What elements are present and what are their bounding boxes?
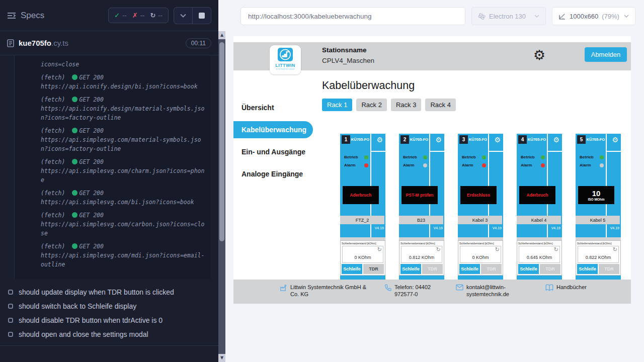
fetch-log-entry[interactable]: (fetch)GET 200 https://api.iconify.desig…: [41, 73, 206, 91]
scroll-down-arrow[interactable]: ▼: [218, 354, 225, 362]
refresh-icon[interactable]: ↻: [554, 246, 558, 253]
card-settings-gear-icon[interactable]: ⚙: [494, 136, 501, 144]
firmware-version: V4.19: [493, 226, 502, 230]
test-item[interactable]: should switch back to Schleife display: [8, 299, 210, 313]
app-header: LITTWIN SYSTEMTECHNIK Stationsname CPLV4…: [233, 42, 631, 70]
specs-list-icon: [7, 12, 16, 20]
tdr-button[interactable]: TDR: [481, 264, 502, 274]
schleife-button[interactable]: Schleife: [342, 264, 362, 274]
test-item[interactable]: should open and close the settings modal: [8, 327, 210, 341]
collapse-chevron-button[interactable]: [174, 8, 192, 24]
refresh-icon[interactable]: ↻: [495, 246, 500, 253]
status-display: Erdschluss: [460, 186, 497, 204]
nav-item-analoge-eingaenge[interactable]: Analoge Eingänge: [233, 163, 322, 185]
logo-text: LITTWIN: [275, 63, 295, 68]
url-input[interactable]: [240, 7, 465, 25]
fetch-log-entry[interactable]: (fetch)GET 200 https://api.simplesvg.com…: [41, 242, 206, 269]
alarm-led: [482, 163, 486, 167]
tdr-button[interactable]: TDR: [540, 264, 560, 274]
book-icon: [545, 284, 553, 291]
pending-restart-icon: ↻: [150, 12, 155, 19]
schleife-button[interactable]: Schleife: [400, 264, 421, 274]
loop-resistance-label: Schleifenwiderstand [kOhm]: [518, 242, 561, 245]
loop-value-box: ↻ 0.822 KOhm: [578, 246, 619, 263]
browser-bar: Electron 130 1000x660 (79%): [225, 0, 644, 32]
device-card-2: 2 KÜ705-FO ⚙ Betrieb Alarm PST-M prüfen …: [399, 134, 444, 280]
alarm-label: Alarm: [521, 163, 532, 167]
stop-button[interactable]: [193, 8, 211, 24]
refresh-icon[interactable]: ↻: [377, 246, 382, 253]
refresh-icon[interactable]: ↻: [613, 246, 617, 253]
specs-menu-button[interactable]: Specs: [7, 11, 44, 21]
active-nav-pill[interactable]: Kabelüberwachung: [233, 121, 313, 138]
cable-label: FTZ_2: [340, 216, 384, 224]
runner-header: Specs ✓-- ✗-- ↻--: [0, 0, 218, 31]
device-model-label: KÜ705-FO: [468, 137, 488, 142]
test-state-icon: [8, 318, 13, 323]
tdr-button[interactable]: TDR: [363, 264, 384, 274]
scroll-up-arrow[interactable]: ▲: [218, 31, 225, 39]
footer-email[interactable]: kontakt@littwin-systemtechnik.de: [456, 284, 512, 298]
betrieb-label: Betrieb: [403, 155, 417, 159]
runner-controls: [174, 7, 211, 24]
card-number-badge: 3: [459, 135, 468, 144]
status-display: Aderbruch: [343, 186, 379, 204]
factory-icon: [280, 284, 287, 292]
loop-value: 0 KOhm: [343, 255, 383, 260]
logout-button[interactable]: Abmelden: [585, 47, 627, 62]
test-item[interactable]: should update display when TDR button is…: [8, 285, 210, 299]
spec-row[interactable]: kue705fo.cy.ts 00:11: [0, 31, 218, 55]
tab-rack-2[interactable]: Rack 2: [356, 99, 386, 111]
tab-rack-4[interactable]: Rack 4: [425, 99, 455, 111]
footer-manuals-link[interactable]: Handbücher: [545, 284, 587, 291]
nav-item-kabelueberwachung[interactable]: Kabelüberwachung: [233, 119, 322, 141]
tdr-button[interactable]: TDR: [422, 264, 443, 274]
device-model-label: KÜ705-FO: [409, 137, 429, 142]
scrollbar-thumb[interactable]: [219, 42, 224, 241]
test-item[interactable]: should disable TDR button when tdrActive…: [8, 313, 210, 327]
firmware-version: V4.19: [610, 226, 619, 230]
device-model-label: KÜ705-FO: [350, 137, 370, 142]
card-number-badge: 1: [342, 135, 350, 144]
iso-unit: ISO MOhm: [588, 198, 604, 201]
viewport-size: 1000x660: [570, 13, 598, 20]
card-settings-gear-icon[interactable]: ⚙: [553, 136, 559, 144]
card-settings-gear-icon[interactable]: ⚙: [376, 136, 383, 144]
alarm-label: Alarm: [580, 163, 591, 167]
card-number-badge: 2: [400, 135, 409, 144]
schleife-button[interactable]: Schleife: [577, 264, 598, 274]
schleife-button[interactable]: Schleife: [518, 264, 539, 274]
fetch-log-entry[interactable]: (fetch)GET 200 https://api.simplesvg.com…: [41, 157, 206, 185]
tab-rack-3[interactable]: Rack 3: [391, 99, 421, 111]
spec-name: kue705fo.cy.ts: [19, 39, 68, 47]
loop-value-box: ↻ 0 KOhm: [460, 246, 501, 263]
tdr-button[interactable]: TDR: [599, 264, 619, 274]
littwin-logo-icon: [277, 48, 293, 62]
browser-selector[interactable]: Electron 130: [471, 7, 546, 25]
command-log: icons=close (fetch)GET 200 https://api.i…: [14, 55, 210, 279]
settings-gear-icon[interactable]: ⚙: [533, 45, 545, 65]
fetch-log-entry[interactable]: (fetch)GET 200 https://api.iconify.desig…: [41, 95, 206, 122]
nav-item-uebersicht[interactable]: Übersicht: [233, 97, 322, 119]
card-settings-gear-icon[interactable]: ⚙: [612, 136, 618, 144]
tab-rack-1[interactable]: Rack 1: [322, 99, 352, 111]
runner-scrollbar[interactable]: ▲ ▼: [218, 31, 225, 362]
footer-phone[interactable]: Telefon: 04402 972577-0: [384, 284, 450, 298]
fetch-log-entry[interactable]: (fetch)GET 200 https://api.simplesvg.com…: [41, 189, 206, 207]
fetch-log-entry[interactable]: (fetch)GET 200 https://api.simplesvg.com…: [41, 126, 206, 153]
card-settings-gear-icon[interactable]: ⚙: [435, 136, 442, 144]
refresh-icon[interactable]: ↻: [436, 246, 441, 253]
status-dot-icon: [72, 243, 77, 249]
loop-value-box: ↻ 0.812 KOhm: [401, 246, 442, 263]
schleife-button[interactable]: Schleife: [459, 264, 480, 274]
nav-item-ein-und-ausgaenge[interactable]: Ein- und Ausgänge: [233, 141, 322, 163]
loop-value-box: ↻ 0 KOhm: [342, 246, 383, 263]
loop-value: 0.812 KOhm: [401, 255, 442, 260]
main-content: Kabelüberwachung Rack 1 Rack 2 Rack 3 Ra…: [322, 70, 631, 280]
cable-label: B23: [399, 216, 443, 224]
betrieb-led: [541, 155, 545, 159]
viewport-selector[interactable]: 1000x660 (79%): [552, 7, 635, 25]
ruler-icon: [558, 13, 566, 20]
fetch-log-entry[interactable]: (fetch)GET 200 https://api.simplesvg.com…: [41, 211, 206, 238]
device-model-label: KÜ705-FO: [527, 137, 547, 142]
